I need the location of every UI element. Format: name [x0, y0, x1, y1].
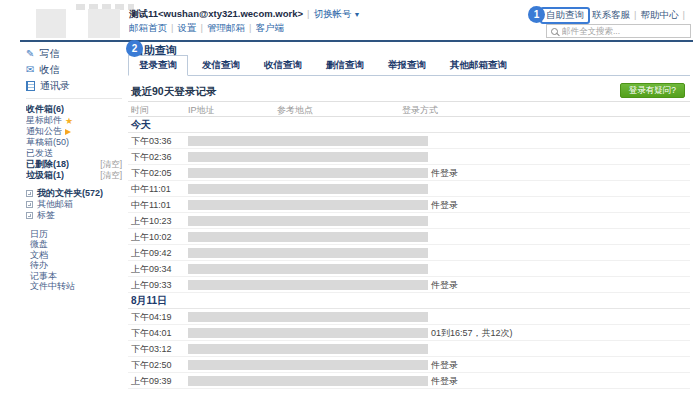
- contacts-button[interactable]: 通讯录: [26, 78, 122, 94]
- sidebar-group[interactable]: 标签: [26, 210, 122, 221]
- table-row: 下午04:19: [128, 309, 690, 325]
- expand-plus-icon[interactable]: [26, 212, 33, 219]
- separator: |: [171, 22, 173, 33]
- table-row: 下午02:05 件登录: [128, 165, 690, 181]
- redacted-bar: [188, 232, 428, 242]
- address-book-icon: [26, 81, 35, 91]
- query-tab[interactable]: 其他邮箱查询: [440, 56, 517, 75]
- check-mail-button[interactable]: ✉ 收信: [26, 62, 122, 78]
- row-login-method-tail: 件登录: [431, 373, 458, 389]
- contacts-label: 通讯录: [40, 79, 70, 93]
- redacted-bar: [188, 200, 428, 210]
- caret-down-icon: ▼: [353, 11, 360, 18]
- row-time: 上午09:42: [131, 245, 172, 261]
- sidebar-divider: [26, 98, 122, 99]
- account-area: 测试11<wushan@xty321.wecom.work>|切换帐号▼ 邮箱首…: [129, 7, 360, 34]
- account-nav-links: 邮箱首页|设置|管理邮箱|客户端: [129, 21, 360, 34]
- annotation-highlight-box: 自助查询: [540, 7, 590, 24]
- mail-search-box[interactable]: [546, 24, 691, 38]
- separator: |: [249, 22, 251, 33]
- column-header: 参考地点: [277, 102, 313, 118]
- query-tab[interactable]: 举报查询: [378, 56, 436, 75]
- switch-account-link[interactable]: 切换帐号: [313, 8, 351, 19]
- table-row: 下午02:50 件登录: [128, 357, 690, 373]
- column-header: IP地址: [188, 102, 215, 118]
- row-time: 下午02:36: [131, 149, 172, 165]
- row-time: 下午02:05: [131, 165, 172, 181]
- header-nav-link[interactable]: 管理邮箱: [207, 22, 245, 33]
- table-row: 上午09:33 件登录: [128, 277, 690, 293]
- sidebar-folder[interactable]: 垃圾箱(1) ★ [清空]: [26, 170, 122, 181]
- section-title: 最近90天登录记录: [131, 83, 685, 99]
- header-nav-link[interactable]: 邮箱首页: [129, 22, 167, 33]
- folder-list: 收件箱(6) ★ 星标邮件 ★ 通知公告 ★ 草稿箱(50) ★ 已发送 ★ 已…: [26, 104, 122, 181]
- redacted-bar: [188, 328, 428, 338]
- self-service-link[interactable]: 自助查询: [546, 9, 584, 20]
- query-tab[interactable]: 登录查询: [128, 55, 188, 76]
- row-time: 下午04:19: [131, 309, 172, 325]
- login-question-button[interactable]: 登录有疑问?: [620, 83, 685, 98]
- table-row: 上午09:34: [128, 261, 690, 277]
- section-head: 最近90天登录记录 登录有疑问?: [131, 83, 685, 99]
- pencil-icon: ✎: [26, 49, 34, 59]
- announcement-horn-icon: [65, 129, 71, 135]
- table-row: 今天: [128, 117, 690, 133]
- contact-support-link[interactable]: 联系客服: [592, 9, 630, 20]
- query-tab[interactable]: 发信查询: [192, 56, 250, 75]
- table-row: 上午09:39 件登录: [128, 373, 690, 389]
- search-icon: [551, 28, 558, 35]
- header-nav-link[interactable]: 客户端: [255, 22, 284, 33]
- redacted-bar: [188, 376, 428, 386]
- row-time: 下午04:01: [131, 325, 172, 341]
- table-row: 下午03:12: [128, 341, 690, 357]
- column-header: 时间: [131, 102, 149, 118]
- compose-label: 写信: [39, 47, 59, 61]
- table-row: 中午11:01 件登录: [128, 197, 690, 213]
- table-row: 上午10:02: [128, 229, 690, 245]
- webmail-page: 测试11<wushan@xty321.wecom.work>|切换帐号▼ 邮箱首…: [0, 0, 693, 400]
- row-login-method-tail: 件登录: [431, 197, 458, 213]
- redacted-bar: [188, 360, 428, 370]
- redacted-bar: [188, 168, 428, 178]
- table-header: 时间IP地址参考地点登录方式: [128, 101, 690, 117]
- row-time: 上午09:33: [131, 277, 172, 293]
- table-row: 下午02:36: [128, 149, 690, 165]
- separator: |: [683, 9, 685, 20]
- separator: |: [200, 22, 202, 33]
- top-right-links: 自助查询联系客服|帮助中心|: [540, 7, 689, 24]
- expand-plus-icon[interactable]: [26, 190, 33, 197]
- redacted-bar: [188, 136, 428, 146]
- table-row: 上午10:23: [128, 213, 690, 229]
- table-body: 今天 下午03:36 下午02:36 下午02:05 件登录 中午11:01 中…: [128, 117, 690, 389]
- compose-button[interactable]: ✎ 写信: [26, 46, 122, 62]
- row-time: 中午11:01: [131, 181, 171, 197]
- row-time: 下午03:36: [131, 133, 172, 149]
- logo-placeholder: [36, 9, 66, 38]
- help-center-link[interactable]: 帮助中心: [641, 9, 679, 20]
- expand-plus-icon[interactable]: [26, 201, 33, 208]
- row-time: 下午03:12: [131, 341, 172, 357]
- star-icon: ★: [65, 116, 73, 126]
- app-label: 文件中转站: [30, 280, 75, 293]
- logo-placeholder: [88, 9, 120, 38]
- group-label: 标签: [37, 209, 55, 222]
- annotation-circle-1: 1: [528, 6, 545, 23]
- redacted-bar: [188, 312, 428, 322]
- empty-folder-action[interactable]: [清空]: [100, 170, 122, 182]
- row-time: 上午10:23: [131, 213, 172, 229]
- row-time: 今天: [131, 117, 151, 133]
- table-row: 下午04:01 01到16:57，共12次): [128, 325, 690, 341]
- table-row: 下午03:36: [128, 133, 690, 149]
- query-tab[interactable]: 收信查询: [254, 56, 312, 75]
- sidebar-app-item[interactable]: 文件中转站: [30, 282, 122, 293]
- redacted-bar: [188, 248, 428, 258]
- row-login-method-tail: 件登录: [431, 357, 458, 373]
- row-time: 8月11日: [131, 293, 167, 309]
- row-time: 上午10:02: [131, 229, 172, 245]
- search-input[interactable]: [562, 26, 686, 36]
- row-time: 上午09:39: [131, 373, 172, 389]
- query-tab[interactable]: 删信查询: [316, 56, 374, 75]
- account-name: 测试11<wushan@xty321.wecom.work>: [129, 8, 303, 19]
- row-time: 中午11:01: [131, 197, 171, 213]
- header-nav-link[interactable]: 设置: [177, 22, 196, 33]
